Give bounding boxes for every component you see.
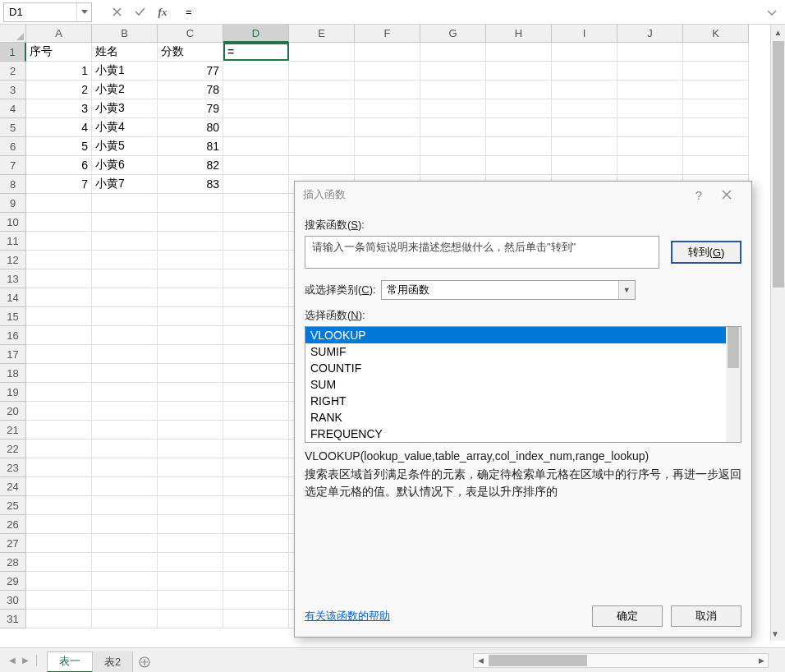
cell[interactable] (486, 118, 552, 137)
cell[interactable] (158, 610, 223, 628)
cell[interactable] (223, 402, 289, 421)
cell[interactable]: 序号 (26, 43, 92, 62)
column-header[interactable]: E (289, 25, 355, 43)
cell[interactable] (617, 43, 683, 62)
category-select[interactable]: 常用函数 ▼ (381, 280, 636, 300)
row-header[interactable]: 31 (0, 610, 26, 628)
row-header[interactable]: 7 (0, 156, 26, 175)
cell[interactable] (158, 515, 223, 534)
row-header[interactable]: 9 (0, 194, 26, 213)
cell[interactable] (223, 345, 289, 364)
cell[interactable] (158, 326, 223, 345)
cell[interactable] (223, 156, 289, 175)
cell[interactable] (420, 43, 486, 62)
row-header[interactable]: 30 (0, 591, 26, 610)
cell[interactable] (223, 534, 289, 553)
cell[interactable]: 分数 (158, 43, 223, 62)
cell[interactable] (92, 194, 158, 213)
row-header[interactable]: 23 (0, 458, 26, 477)
cell[interactable] (223, 99, 289, 118)
cell[interactable] (92, 591, 158, 610)
cell[interactable] (158, 572, 223, 591)
scroll-up-button[interactable]: ▲ (771, 25, 785, 39)
cell[interactable] (355, 99, 420, 118)
row-header[interactable]: 3 (0, 81, 26, 99)
column-header[interactable]: F (355, 25, 420, 43)
cell[interactable] (223, 326, 289, 345)
horizontal-scroll-thumb[interactable] (489, 655, 587, 666)
row-header[interactable]: 2 (0, 62, 26, 81)
sheet-nav-prev-icon[interactable]: ◀ (7, 653, 18, 668)
cell[interactable] (223, 364, 289, 383)
cell[interactable] (355, 118, 420, 137)
scroll-right-button[interactable]: ▶ (755, 654, 768, 667)
cell[interactable] (617, 137, 683, 156)
cell[interactable] (26, 383, 92, 402)
cell[interactable] (223, 610, 289, 628)
row-header[interactable]: 11 (0, 232, 26, 251)
column-header[interactable]: C (158, 25, 223, 43)
cell[interactable]: 78 (158, 81, 223, 99)
cell[interactable] (26, 458, 92, 477)
cell[interactable]: 4 (26, 118, 92, 137)
cell[interactable] (158, 383, 223, 402)
cell[interactable] (26, 496, 92, 515)
cell[interactable] (26, 421, 92, 440)
column-header[interactable]: G (420, 25, 486, 43)
cell[interactable]: 83 (158, 175, 223, 194)
cell[interactable] (92, 496, 158, 515)
cell[interactable] (289, 118, 355, 137)
cell[interactable]: 姓名 (92, 43, 158, 62)
cell[interactable] (223, 440, 289, 458)
cell[interactable] (486, 99, 552, 118)
cell[interactable] (92, 421, 158, 440)
cell[interactable] (486, 156, 552, 175)
cell[interactable] (26, 591, 92, 610)
cell[interactable] (92, 345, 158, 364)
cell[interactable] (158, 251, 223, 269)
row-header[interactable]: 25 (0, 496, 26, 515)
row-header[interactable]: 6 (0, 137, 26, 156)
row-header[interactable]: 10 (0, 213, 26, 232)
cell[interactable] (92, 515, 158, 534)
cell[interactable] (26, 440, 92, 458)
cell[interactable] (26, 307, 92, 326)
cell[interactable]: 2 (26, 81, 92, 99)
row-header[interactable]: 20 (0, 402, 26, 421)
vertical-scrollbar[interactable]: ▲ ▼ (770, 25, 785, 641)
cell[interactable] (355, 81, 420, 99)
cell[interactable]: 80 (158, 118, 223, 137)
cell[interactable] (420, 81, 486, 99)
cell[interactable]: 82 (158, 156, 223, 175)
cell[interactable] (26, 194, 92, 213)
cell[interactable]: 5 (26, 137, 92, 156)
cell[interactable] (223, 458, 289, 477)
cell[interactable] (420, 99, 486, 118)
ok-button[interactable]: 确定 (592, 605, 663, 627)
cell[interactable] (355, 137, 420, 156)
cell[interactable]: 小黄1 (92, 62, 158, 81)
cell[interactable] (223, 591, 289, 610)
name-box[interactable]: D1 (3, 2, 92, 22)
row-header[interactable]: 1 (0, 43, 26, 62)
row-header[interactable]: 14 (0, 288, 26, 307)
function-list-item[interactable]: RIGHT (305, 393, 741, 409)
sheet-tab-active[interactable]: 表一 (47, 651, 93, 673)
cell[interactable] (223, 62, 289, 81)
cell[interactable] (223, 383, 289, 402)
cell[interactable] (289, 99, 355, 118)
cell[interactable] (617, 99, 683, 118)
cell[interactable] (92, 458, 158, 477)
cell[interactable]: 小黄3 (92, 99, 158, 118)
cell[interactable] (552, 99, 617, 118)
cell[interactable] (158, 345, 223, 364)
cell[interactable] (617, 62, 683, 81)
row-header[interactable]: 27 (0, 534, 26, 553)
cell[interactable]: 6 (26, 156, 92, 175)
cell[interactable] (486, 43, 552, 62)
row-header[interactable]: 26 (0, 515, 26, 534)
cell[interactable] (158, 307, 223, 326)
cell[interactable] (552, 81, 617, 99)
dialog-title-bar[interactable]: 插入函数 ? (295, 182, 751, 208)
cell[interactable] (223, 515, 289, 534)
